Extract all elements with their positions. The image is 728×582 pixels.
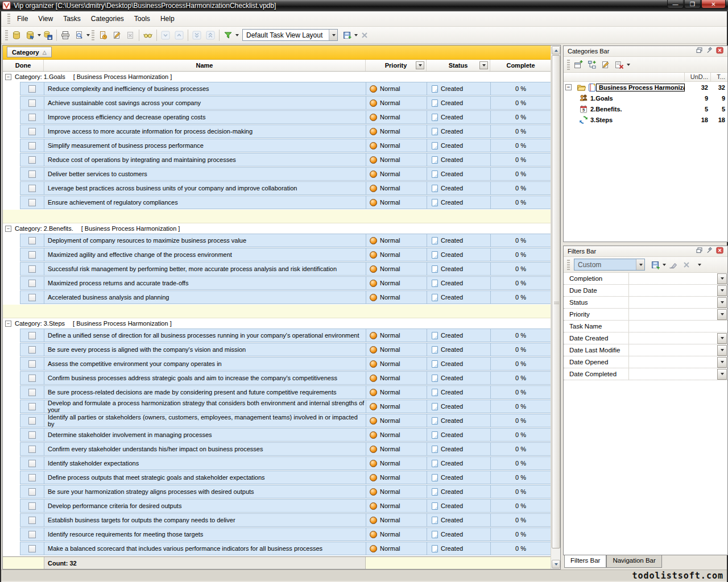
- undone-column-header[interactable]: UnD...: [684, 73, 710, 81]
- filter-button[interactable]: [221, 28, 235, 42]
- task-row[interactable]: Be sure process-related decisions are ma…: [20, 385, 551, 399]
- done-checkbox[interactable]: [28, 502, 36, 510]
- collapse-icon[interactable]: −: [5, 226, 11, 232]
- task-row[interactable]: Deployment of company resources to maxim…: [20, 234, 551, 247]
- scroll-down-button[interactable]: [552, 560, 560, 568]
- done-checkbox[interactable]: [28, 171, 36, 178]
- done-checkbox[interactable]: [28, 237, 36, 244]
- task-row[interactable]: Confirm business processes address strat…: [20, 371, 551, 385]
- column-header-done[interactable]: Done: [3, 60, 44, 71]
- task-row[interactable]: Leverage best practices across business …: [20, 181, 551, 195]
- filter-dropdown-button[interactable]: [717, 357, 727, 368]
- panel-pin-button[interactable]: [706, 47, 715, 55]
- restore-button[interactable]: ❐: [684, 0, 701, 9]
- category-group-header[interactable]: −Category: 1.Goals[ Business Process Har…: [3, 72, 551, 82]
- filter-dropdown-button[interactable]: [717, 345, 727, 356]
- task-row[interactable]: Assess the competitive environment your …: [20, 357, 551, 371]
- priority-filter-button[interactable]: [416, 61, 424, 69]
- menu-tools[interactable]: Tools: [129, 12, 155, 26]
- collapse-icon[interactable]: −: [5, 321, 11, 327]
- task-row[interactable]: Identify resource requirements for meeti…: [20, 527, 551, 541]
- open-database-button[interactable]: [23, 28, 37, 42]
- filter-dropdown-button[interactable]: [717, 285, 727, 296]
- done-checkbox[interactable]: [28, 446, 36, 453]
- task-row[interactable]: Reduce complexity and inefficiency of bu…: [20, 82, 551, 95]
- delete-task-button[interactable]: [123, 28, 137, 42]
- done-checkbox[interactable]: [28, 199, 36, 206]
- done-checkbox[interactable]: [28, 114, 36, 121]
- column-header-status[interactable]: Status: [427, 60, 490, 71]
- total-column-header[interactable]: T...: [710, 73, 727, 81]
- delete-layout-button[interactable]: [358, 28, 371, 42]
- task-row[interactable]: Establish business targets for outputs t…: [20, 513, 551, 527]
- done-checkbox[interactable]: [28, 460, 36, 467]
- done-checkbox[interactable]: [28, 545, 36, 552]
- edit-category-button[interactable]: [599, 58, 613, 72]
- task-row[interactable]: Maximized agility and effective change o…: [20, 248, 551, 261]
- done-checkbox[interactable]: [28, 403, 36, 410]
- panel-restore-button[interactable]: [696, 247, 705, 255]
- category-group-header[interactable]: −Category: 2.Benefits.[ Business Process…: [3, 223, 551, 234]
- delete-category-button[interactable]: [613, 58, 626, 72]
- scroll-up-button[interactable]: [552, 46, 560, 55]
- done-checkbox[interactable]: [28, 294, 36, 301]
- move-bottom-button[interactable]: [190, 28, 204, 42]
- filter-preset-selector[interactable]: Custom: [574, 259, 645, 271]
- done-checkbox[interactable]: [28, 280, 36, 287]
- done-checkbox[interactable]: [28, 389, 36, 396]
- filter-dropdown-button[interactable]: [717, 309, 727, 320]
- view-glasses-button[interactable]: [141, 28, 155, 42]
- task-row[interactable]: Define a unified sense of direction for …: [20, 329, 551, 342]
- task-row[interactable]: Determine stakeholder involvement in man…: [20, 428, 551, 442]
- save-filter-button[interactable]: [648, 258, 662, 272]
- done-checkbox[interactable]: [28, 517, 36, 524]
- filter-dropdown-button[interactable]: [717, 273, 727, 284]
- done-checkbox[interactable]: [28, 142, 36, 149]
- task-row[interactable]: Successful risk management by performing…: [20, 262, 551, 276]
- group-by-category-button[interactable]: Category △: [7, 47, 52, 57]
- done-checkbox[interactable]: [28, 185, 36, 192]
- done-checkbox[interactable]: [28, 488, 36, 496]
- done-checkbox[interactable]: [28, 156, 36, 164]
- tree-item-2-benefits-[interactable]: 52.Benefits.55: [564, 103, 727, 114]
- done-checkbox[interactable]: [28, 417, 36, 425]
- done-checkbox[interactable]: [28, 332, 36, 339]
- task-row[interactable]: Improve process efficiency and decrease …: [20, 110, 551, 124]
- done-checkbox[interactable]: [28, 85, 36, 93]
- move-top-button[interactable]: [204, 28, 217, 42]
- done-checkbox[interactable]: [28, 346, 36, 354]
- chevron-down-icon[interactable]: [86, 34, 90, 36]
- column-header-priority[interactable]: Priority: [366, 60, 427, 71]
- task-row[interactable]: Define process outputs that meet strateg…: [20, 471, 551, 484]
- collapse-icon[interactable]: −: [565, 84, 572, 90]
- task-row[interactable]: Simplify measurement of business process…: [20, 139, 551, 152]
- vertical-scrollbar[interactable]: [551, 45, 560, 569]
- done-checkbox[interactable]: [28, 375, 36, 382]
- move-up-button[interactable]: [172, 28, 186, 42]
- new-subcategory-button[interactable]: [585, 58, 599, 72]
- done-checkbox[interactable]: [28, 128, 36, 135]
- tree-item-business-process-harmoniza[interactable]: −Business Process Harmoniza3232: [564, 82, 727, 93]
- edit-task-button[interactable]: [110, 28, 123, 42]
- panel-restore-button[interactable]: [696, 47, 705, 55]
- task-row[interactable]: Ensure achievement of regulatory complia…: [20, 196, 551, 209]
- save-database-button[interactable]: [41, 28, 55, 42]
- close-button[interactable]: ✕: [701, 0, 726, 9]
- task-row[interactable]: Develop and formulate a process harmoniz…: [20, 400, 551, 413]
- dock-tab-navigation-bar[interactable]: Navigation Bar: [606, 555, 661, 568]
- done-checkbox[interactable]: [28, 99, 36, 107]
- done-checkbox[interactable]: [28, 474, 36, 481]
- panel-close-button[interactable]: [716, 247, 725, 255]
- dock-tab-filters-bar[interactable]: Filters Bar: [564, 555, 606, 568]
- menu-categories[interactable]: Categories: [86, 12, 129, 26]
- filter-dropdown-button[interactable]: [717, 333, 727, 344]
- panel-pin-button[interactable]: [706, 247, 715, 255]
- done-checkbox[interactable]: [28, 251, 36, 259]
- menu-help[interactable]: Help: [155, 12, 180, 26]
- category-group-header[interactable]: −Category: 3.Steps[ Business Process Har…: [3, 318, 551, 329]
- clear-filter-button[interactable]: [666, 258, 680, 272]
- task-row[interactable]: Improve access to more accurate informat…: [20, 124, 551, 138]
- scrollbar-thumb[interactable]: [552, 55, 560, 548]
- task-row[interactable]: Reduce cost of operations by integrating…: [20, 153, 551, 167]
- task-row[interactable]: Achieve sustainable cost savings across …: [20, 96, 551, 110]
